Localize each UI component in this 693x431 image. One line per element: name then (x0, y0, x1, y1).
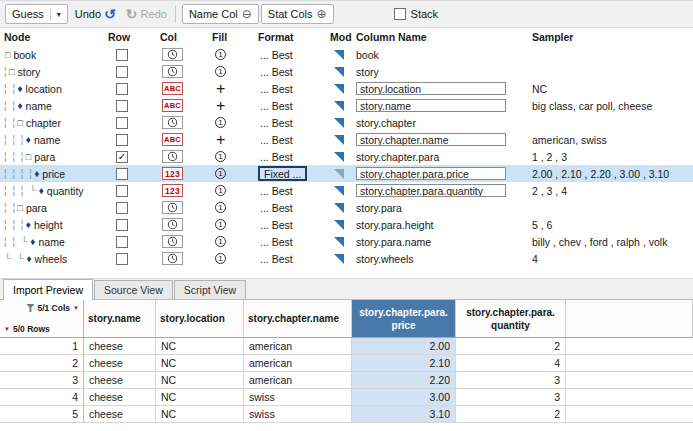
datetime-type-icon[interactable] (162, 150, 183, 163)
guess-button[interactable]: Guess ▾ (5, 4, 68, 24)
preview-cell[interactable]: NC (156, 406, 244, 423)
format-value[interactable]: Fixed ... (258, 166, 307, 181)
row-checkbox[interactable] (116, 66, 128, 78)
row-checkbox[interactable] (116, 202, 128, 214)
preview-row[interactable]: 1cheeseNCamerican2.002 (0, 338, 693, 355)
preview-cell[interactable]: NC (156, 389, 244, 406)
preview-cell[interactable]: 3 (456, 389, 566, 406)
tree-row-story.chapter[interactable]: ¦ ¦□chapter1... Beststory.chapter (0, 114, 693, 131)
tree-row-story.name[interactable]: ¦ ¦♦nameABC+... Beststory.namebig class,… (0, 97, 693, 114)
preview-cell[interactable]: 2.10 (352, 355, 456, 372)
redo-button[interactable]: ↻ Redo (121, 4, 172, 24)
fill-once-icon[interactable]: 1 (215, 49, 226, 60)
modeling-type-icon[interactable] (334, 220, 344, 230)
preview-col-header-2[interactable]: story.chapter.name (244, 300, 352, 337)
format-value[interactable]: ... Best (258, 116, 295, 129)
preview-cell[interactable]: NC (156, 338, 244, 355)
cols-count-badge[interactable]: 5/1 Cols (37, 303, 70, 313)
format-value[interactable]: ... Best (258, 201, 295, 214)
fill-once-icon[interactable]: 1 (215, 202, 226, 213)
datetime-type-icon[interactable] (162, 252, 183, 265)
preview-cell[interactable]: 3 (456, 372, 566, 389)
tree-row-story[interactable]: ¦□story1... Beststory (0, 63, 693, 80)
preview-cell[interactable] (566, 355, 693, 372)
preview-cell[interactable]: 2.20 (352, 372, 456, 389)
fill-expand-icon[interactable]: + (216, 132, 225, 148)
numeric-type-icon[interactable]: 123 (162, 167, 183, 180)
preview-row[interactable]: 4cheeseNCswiss3.003 (0, 389, 693, 406)
datetime-type-icon[interactable] (162, 65, 183, 78)
fill-once-icon[interactable]: 1 (215, 236, 226, 247)
row-checkbox[interactable] (116, 253, 128, 265)
format-value[interactable]: ... Best (258, 99, 295, 112)
column-name-input[interactable]: story.name (356, 99, 506, 112)
format-value[interactable]: ... Best (258, 82, 295, 95)
tree-row-story.wheels[interactable]: └ └♦wheels1... Beststory.wheels4 (0, 250, 693, 267)
format-value[interactable]: ... Best (258, 184, 295, 197)
preview-cell[interactable]: 3.10 (352, 406, 456, 423)
preview-col-header-0[interactable]: story.name (84, 300, 156, 337)
tab-script-view[interactable]: Script View (174, 280, 246, 299)
row-checkbox[interactable] (116, 236, 128, 248)
row-checkbox[interactable] (116, 219, 128, 231)
fill-once-icon[interactable]: 1 (215, 253, 226, 264)
row-number[interactable]: 1 (0, 338, 84, 355)
fill-once-icon[interactable]: 1 (215, 168, 226, 179)
character-type-icon[interactable]: ABC (162, 99, 183, 112)
modeling-type-icon[interactable] (334, 186, 344, 196)
undo-button[interactable]: Undo ↺ (70, 4, 121, 24)
preview-cell[interactable]: cheese (84, 355, 156, 372)
preview-col-header-1[interactable]: story.location (156, 300, 244, 337)
datetime-type-icon[interactable] (162, 235, 183, 248)
stack-checkbox[interactable] (394, 8, 406, 20)
rows-menu-caret-icon[interactable]: ▼ (4, 326, 10, 332)
preview-row[interactable]: 3cheeseNCamerican2.203 (0, 372, 693, 389)
preview-cell[interactable] (566, 389, 693, 406)
row-checkbox[interactable] (116, 100, 128, 112)
format-value[interactable]: ... Best (258, 65, 295, 78)
format-value[interactable]: ... Best (258, 252, 295, 265)
tree-row-story.chapter.name[interactable]: ¦ ¦ ¦♦nameABC+... Beststory.chapter.name… (0, 131, 693, 148)
preview-cell[interactable]: american (244, 355, 352, 372)
fill-expand-icon[interactable]: + (216, 98, 225, 114)
modeling-type-icon[interactable] (334, 50, 344, 60)
preview-cell[interactable]: 2.00 (352, 338, 456, 355)
preview-cell[interactable]: american (244, 338, 352, 355)
row-number[interactable]: 4 (0, 389, 84, 406)
preview-cell[interactable]: swiss (244, 406, 352, 423)
modeling-type-icon[interactable] (334, 169, 344, 179)
column-name-input[interactable]: story.chapter.name (356, 133, 506, 146)
format-value[interactable]: ... Best (258, 235, 295, 248)
row-number[interactable]: 3 (0, 372, 84, 389)
name-col-button[interactable]: Name Col ⊖ (182, 4, 259, 24)
preview-cell[interactable]: american (244, 372, 352, 389)
tree-row-story.para.name[interactable]: ¦ ¦ └♦name1... Beststory.para.namebilly … (0, 233, 693, 250)
modeling-type-icon[interactable] (334, 135, 344, 145)
preview-cell[interactable]: cheese (84, 372, 156, 389)
row-checkbox[interactable] (116, 117, 128, 129)
format-value[interactable]: ... Best (258, 218, 295, 231)
preview-cell[interactable]: 4 (456, 355, 566, 372)
numeric-type-icon[interactable]: 123 (162, 184, 183, 197)
tree-row-story.chapter.para.quantity[interactable]: ¦ ¦ ¦ └♦quantity1231... Beststory.chapte… (0, 182, 693, 199)
row-checkbox[interactable] (116, 185, 128, 197)
columns-menu-caret-icon[interactable]: ▼ (73, 305, 79, 311)
preview-col-header-5[interactable] (566, 300, 693, 337)
modeling-type-icon[interactable] (334, 237, 344, 247)
row-checkbox[interactable] (116, 134, 128, 146)
datetime-type-icon[interactable] (162, 218, 183, 231)
preview-col-header-4[interactable]: story.chapter.para.quantity (456, 300, 566, 337)
character-type-icon[interactable]: ABC (162, 133, 183, 146)
row-checkbox[interactable] (116, 83, 128, 95)
preview-cell[interactable]: NC (156, 372, 244, 389)
preview-cell[interactable]: 2 (456, 338, 566, 355)
fill-once-icon[interactable]: 1 (215, 66, 226, 77)
character-type-icon[interactable]: ABC (162, 82, 183, 95)
row-checkbox[interactable] (116, 168, 128, 180)
format-value[interactable]: ... Best (258, 150, 295, 163)
row-number[interactable]: 5 (0, 406, 84, 423)
datetime-type-icon[interactable] (162, 201, 183, 214)
fill-once-icon[interactable]: 1 (215, 185, 226, 196)
modeling-type-icon[interactable] (334, 67, 344, 77)
preview-col-header-3[interactable]: story.chapter.para.price (352, 300, 456, 337)
